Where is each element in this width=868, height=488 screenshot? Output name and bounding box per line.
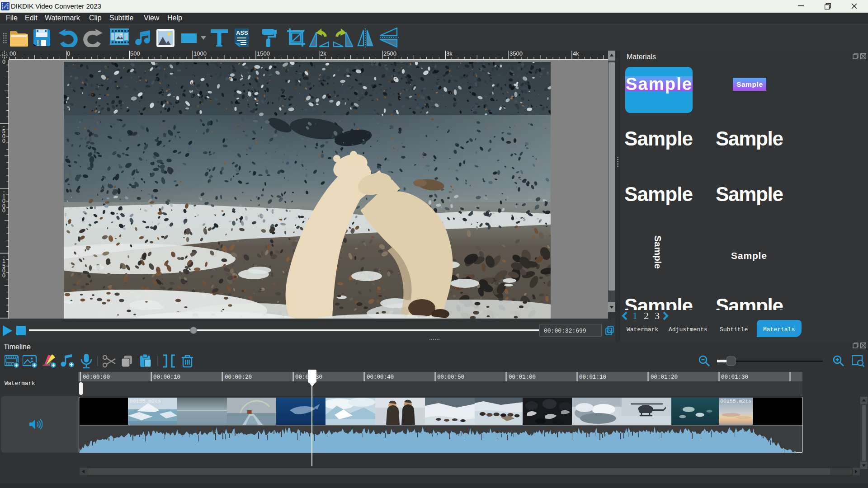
svg-text:0: 0 <box>2 60 5 65</box>
svg-text:Sample: Sample <box>624 183 693 205</box>
svg-text:2500: 2500 <box>383 51 396 57</box>
svg-text:00:01:10: 00:01:10 <box>579 374 606 380</box>
svg-text:3500: 3500 <box>509 51 523 57</box>
svg-text:0: 0 <box>67 51 70 57</box>
svg-text:3: 3 <box>655 310 660 321</box>
svg-text:00:01:30: 00:01:30 <box>721 374 748 380</box>
svg-text:3k: 3k <box>446 51 453 57</box>
svg-text:ASS: ASS <box>236 29 248 36</box>
svg-text:Sample: Sample <box>736 80 763 88</box>
svg-text:00: 00 <box>9 51 16 57</box>
svg-text:4k: 4k <box>573 51 579 57</box>
svg-text:1: 1 <box>632 310 637 321</box>
svg-text:0: 0 <box>2 272 5 279</box>
svg-text:00:00:50: 00:00:50 <box>437 374 464 380</box>
svg-text:Sample: Sample <box>626 75 692 94</box>
svg-text:0: 0 <box>2 207 5 214</box>
svg-text:00:00:20: 00:00:20 <box>225 374 252 380</box>
svg-text:2k: 2k <box>320 51 326 57</box>
svg-text:Sample: Sample <box>653 235 663 269</box>
svg-text:00:00:40: 00:00:40 <box>367 374 394 380</box>
svg-text:2: 2 <box>644 310 649 321</box>
svg-text:00:00:00: 00:00:00 <box>83 374 110 380</box>
svg-text:Sample: Sample <box>716 183 783 205</box>
svg-text:500: 500 <box>130 51 140 57</box>
svg-text:1500: 1500 <box>257 51 270 57</box>
svg-text:Sample: Sample <box>716 127 783 150</box>
svg-text:0: 0 <box>2 138 5 144</box>
svg-text:00:01:20: 00:01:20 <box>651 374 678 380</box>
svg-text:Sample: Sample <box>624 127 693 150</box>
svg-text:1000: 1000 <box>193 51 207 57</box>
svg-text:00:01:00: 00:01:00 <box>509 374 536 380</box>
svg-text:Sample: Sample <box>731 250 767 261</box>
svg-text:00:00:10: 00:00:10 <box>153 374 180 380</box>
